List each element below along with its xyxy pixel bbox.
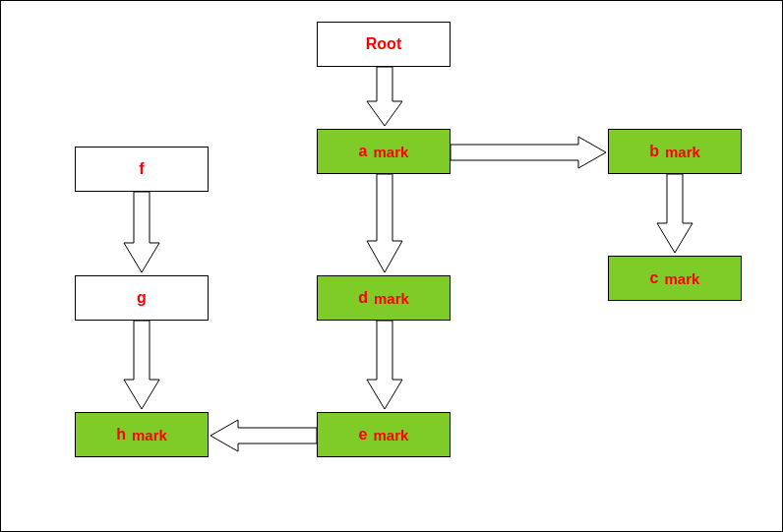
arrow-a-to-d [365, 174, 404, 275]
arrow-f-to-g [122, 192, 161, 275]
node-f: f [75, 147, 209, 192]
node-h: h mark [75, 412, 209, 457]
node-c-label: c [650, 269, 659, 287]
node-b: b mark [608, 129, 742, 174]
node-a-mark: mark [374, 144, 409, 160]
node-e-label: e [359, 426, 368, 443]
arrow-d-to-e [365, 321, 404, 412]
node-f-label: f [139, 160, 144, 178]
node-e: e mark [317, 412, 451, 457]
arrow-g-to-h [122, 321, 161, 412]
node-d-mark: mark [374, 290, 409, 307]
node-c: c mark [608, 256, 742, 301]
node-root-label: Root [366, 35, 401, 53]
arrow-root-to-a [365, 67, 404, 129]
node-g: g [75, 275, 209, 321]
node-a: a mark [317, 129, 451, 174]
arrow-a-to-b [451, 136, 608, 169]
node-b-mark: mark [665, 144, 700, 160]
node-g-label: g [137, 289, 147, 307]
arrow-b-to-c [655, 174, 694, 256]
node-d: d mark [317, 275, 451, 321]
node-b-label: b [649, 143, 659, 160]
arrow-e-to-h [209, 419, 317, 452]
node-h-label: h [116, 426, 126, 443]
node-c-mark: mark [665, 270, 700, 287]
node-a-label: a [359, 143, 368, 160]
node-h-mark: mark [132, 427, 167, 443]
node-d-label: d [358, 289, 368, 307]
node-root: Root [317, 22, 451, 67]
node-e-mark: mark [374, 427, 409, 443]
